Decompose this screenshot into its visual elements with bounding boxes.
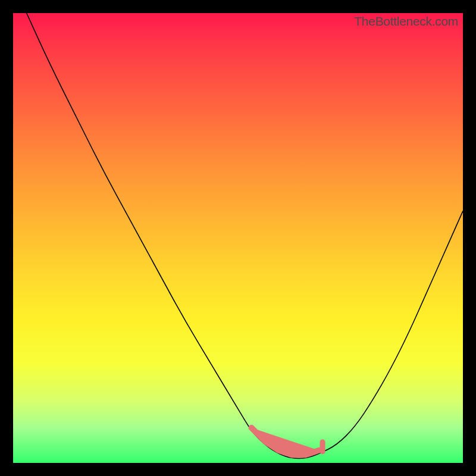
- bottleneck-curve: [27, 13, 463, 458]
- chart-gradient-frame: TheBottleneck.com: [13, 13, 463, 463]
- chart-svg: [13, 13, 463, 463]
- highlight-band: [252, 428, 319, 455]
